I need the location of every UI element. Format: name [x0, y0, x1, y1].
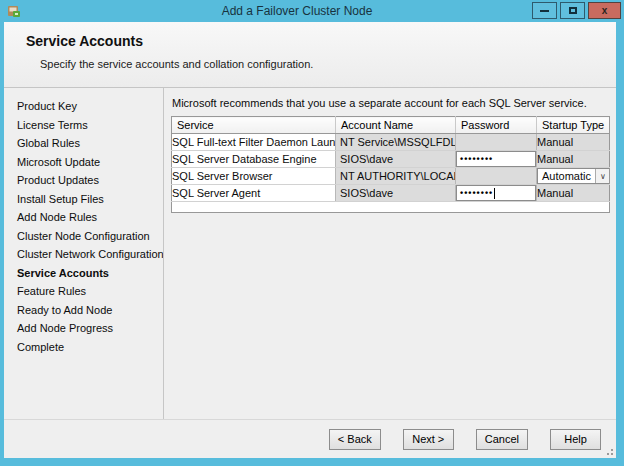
startup-type-cell: Automatic∨: [537, 168, 610, 185]
account-name-cell: NT AUTHORITY\LOCAL SE...: [336, 168, 456, 185]
cancel-button[interactable]: Cancel: [476, 429, 528, 450]
service-name-cell: SQL Server Browser: [172, 168, 336, 185]
sidebar-item-complete: Complete: [4, 338, 163, 357]
table-row-sql-full-text-filter-daemon-launcher: SQL Full-text Filter Daemon LauncherNT S…: [172, 134, 610, 151]
page-header: Service Accounts Specify the service acc…: [4, 22, 616, 88]
close-button[interactable]: x: [588, 2, 621, 19]
page-title: Service Accounts: [26, 33, 616, 49]
sidebar-item-license-terms: License Terms: [4, 116, 163, 135]
password-input[interactable]: ••••••••: [456, 151, 536, 167]
footer-button-bar: < Back Next > Cancel Help: [4, 419, 616, 458]
service-accounts-table: ServiceAccount NamePasswordStartup Type …: [171, 116, 610, 213]
app-icon: [7, 4, 21, 18]
startup-type-cell: Manual: [537, 185, 610, 202]
password-cell: ••••••••: [456, 185, 537, 202]
sidebar-item-global-rules: Global Rules: [4, 134, 163, 153]
text-caret: [494, 188, 495, 199]
table-row-sql-server-agent: SQL Server AgentSIOS\dave••••••••Manual: [172, 185, 610, 202]
sidebar-item-ready-to-add-node: Ready to Add Node: [4, 301, 163, 320]
startup-type-selected-value: Automatic: [538, 169, 595, 183]
wizard-window: Add a Failover Cluster Node x Service Ac…: [0, 0, 624, 466]
minimize-button[interactable]: [532, 2, 557, 19]
service-table-body: SQL Full-text Filter Daemon LauncherNT S…: [172, 134, 610, 213]
window-title: Add a Failover Cluster Node: [60, 4, 534, 18]
table-row-sql-server-browser: SQL Server BrowserNT AUTHORITY\LOCAL SE.…: [172, 168, 610, 185]
service-name-cell: SQL Full-text Filter Daemon Launcher: [172, 134, 336, 151]
sidebar-item-microsoft-update: Microsoft Update: [4, 153, 163, 172]
startup-type-cell: Manual: [537, 134, 610, 151]
column-header-account-name: Account Name: [336, 117, 456, 134]
sidebar-item-cluster-node-configuration: Cluster Node Configuration: [4, 227, 163, 246]
wizard-dialog: Service Accounts Specify the service acc…: [4, 22, 616, 458]
table-row-sql-server-database-engine: SQL Server Database EngineSIOS\dave•••••…: [172, 151, 610, 168]
sidebar-nav: Product KeyLicense TermsGlobal RulesMicr…: [4, 88, 164, 419]
main-panel: Microsoft recommends that you use a sepa…: [164, 88, 616, 419]
sidebar-item-cluster-network-configuration: Cluster Network Configuration: [4, 245, 163, 264]
window-controls: x: [532, 2, 621, 19]
account-name-field[interactable]: SIOS\dave: [336, 186, 455, 200]
column-header-startup-type: Startup Type: [537, 117, 610, 134]
table-empty-cell: [172, 202, 610, 213]
content-area: Product KeyLicense TermsGlobal RulesMicr…: [4, 88, 616, 419]
startup-type-dropdown[interactable]: Automatic∨: [537, 168, 609, 184]
account-name-field[interactable]: NT Service\MSSQLFDLaun...: [336, 135, 455, 149]
intro-text: Microsoft recommends that you use a sepa…: [172, 97, 610, 109]
chevron-down-icon[interactable]: ∨: [595, 169, 610, 183]
next-button[interactable]: Next >: [403, 429, 454, 450]
back-button[interactable]: < Back: [329, 429, 381, 450]
table-empty-row: [172, 202, 610, 213]
sidebar-item-add-node-rules: Add Node Rules: [4, 208, 163, 227]
sidebar-item-product-updates: Product Updates: [4, 171, 163, 190]
sidebar-item-product-key: Product Key: [4, 97, 163, 116]
account-name-cell: SIOS\dave: [336, 151, 456, 168]
minimize-icon: [540, 10, 549, 12]
column-header-service: Service: [172, 117, 336, 134]
sidebar-item-feature-rules: Feature Rules: [4, 282, 163, 301]
password-cell: [456, 168, 537, 185]
maximize-icon: [569, 7, 577, 14]
sidebar-item-install-setup-files: Install Setup Files: [4, 190, 163, 209]
sidebar-item-add-node-progress: Add Node Progress: [4, 319, 163, 338]
page-subtitle: Specify the service accounts and collati…: [40, 58, 616, 70]
account-name-cell: NT Service\MSSQLFDLaun...: [336, 134, 456, 151]
help-button[interactable]: Help: [550, 429, 601, 450]
service-table-head-row: ServiceAccount NamePasswordStartup Type: [172, 117, 610, 134]
password-cell: [456, 134, 537, 151]
service-name-cell: SQL Server Agent: [172, 185, 336, 202]
startup-type-cell: Manual: [537, 151, 610, 168]
password-cell: ••••••••: [456, 151, 537, 168]
service-name-cell: SQL Server Database Engine: [172, 151, 336, 168]
column-header-password: Password: [456, 117, 537, 134]
close-icon: x: [602, 6, 608, 16]
account-name-cell: SIOS\dave: [336, 185, 456, 202]
title-bar: Add a Failover Cluster Node x: [0, 0, 624, 22]
sidebar-item-service-accounts: Service Accounts: [4, 264, 163, 283]
account-name-field[interactable]: NT AUTHORITY\LOCAL SE...: [336, 169, 455, 183]
account-name-field[interactable]: SIOS\dave: [336, 152, 455, 166]
resize-grip[interactable]: [611, 453, 613, 455]
password-input[interactable]: ••••••••: [456, 185, 536, 201]
maximize-button[interactable]: [560, 2, 585, 19]
